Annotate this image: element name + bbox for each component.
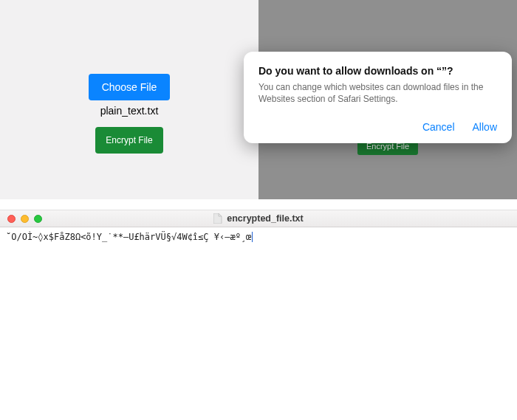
close-icon[interactable] [7, 215, 16, 223]
left-panel: Choose File plain_text.txt Encrypt File [0, 0, 258, 199]
file-content-text: ˘O/OÌ~◊x$FåZ8Ω<õ!Y_˙**—U£härVÜ§√4W¢î≤Ç ¥… [6, 232, 251, 242]
window-title-group: encrypted_file.txt [0, 213, 517, 224]
traffic-lights [7, 215, 42, 223]
text-editor-window: encrypted_file.txt ˘O/OÌ~◊x$FåZ8Ω<õ!Y_˙*… [0, 210, 517, 247]
file-content-area[interactable]: ˘O/OÌ~◊x$FåZ8Ω<õ!Y_˙**—U£härVÜ§√4W¢î≤Ç ¥… [0, 227, 517, 247]
selected-filename: plain_text.txt [100, 105, 159, 117]
window-titlebar[interactable]: encrypted_file.txt [0, 210, 517, 227]
download-permission-dialog: Do you want to allow downloads on “”? Yo… [244, 52, 512, 143]
window-title: encrypted_file.txt [227, 213, 304, 224]
text-caret [252, 232, 253, 242]
choose-file-button[interactable]: Choose File [89, 74, 171, 100]
minimize-icon[interactable] [21, 215, 29, 223]
right-panel: Encrypt File Do you want to allow downlo… [258, 0, 517, 199]
cancel-button[interactable]: Cancel [422, 118, 455, 136]
allow-button[interactable]: Allow [473, 118, 497, 136]
top-panels: Choose File plain_text.txt Encrypt File … [0, 0, 517, 199]
dialog-body: You can change which websites can downlo… [258, 81, 497, 105]
dialog-title: Do you want to allow downloads on “”? [258, 65, 497, 77]
dialog-actions: Cancel Allow [258, 117, 497, 136]
modal-overlay: Do you want to allow downloads on “”? Yo… [258, 0, 517, 199]
zoom-icon[interactable] [34, 215, 42, 223]
document-icon [213, 213, 222, 224]
left-controls: Choose File plain_text.txt Encrypt File [0, 0, 258, 154]
encrypt-file-button[interactable]: Encrypt File [95, 127, 162, 154]
gap [0, 199, 517, 210]
